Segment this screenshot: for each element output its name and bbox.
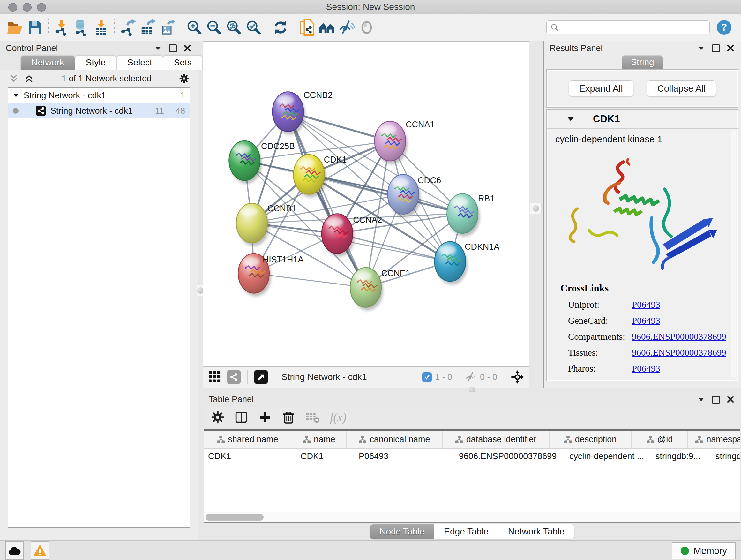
- column-header-id[interactable]: @id: [632, 431, 688, 448]
- tab-network[interactable]: Network: [20, 55, 75, 70]
- node-label-CCNB1[interactable]: CCNB1: [267, 203, 296, 213]
- help-button[interactable]: ?: [717, 20, 731, 35]
- warnings-button[interactable]: [30, 542, 49, 560]
- node-label-HIST1H1A[interactable]: HIST1H1A: [263, 255, 304, 264]
- crosslink-pharos-link[interactable]: P06493: [632, 363, 660, 374]
- zoom-in-button[interactable]: [185, 17, 204, 37]
- table-row[interactable]: CDK1 CDK1 P06493 9606.ENSP00000378699 cy…: [204, 449, 740, 464]
- left-splitter[interactable]: [198, 41, 203, 540]
- crosslink-compartments-link[interactable]: 9606.ENSP00000378699: [632, 331, 726, 342]
- control-panel-collapse-button[interactable]: [153, 44, 163, 53]
- right-splitter[interactable]: [529, 41, 544, 388]
- column-header-canonical-name[interactable]: canonical name: [347, 431, 443, 448]
- table-options-button[interactable]: [211, 410, 225, 424]
- tree-expander-icon: [13, 93, 19, 98]
- results-panel-close-button[interactable]: [726, 44, 735, 53]
- collapse-all-button[interactable]: Collapse All: [647, 80, 717, 97]
- node-label-CCNB2[interactable]: CCNB2: [304, 90, 333, 100]
- tab-style[interactable]: Style: [75, 55, 117, 70]
- table-panel-float-button[interactable]: [711, 395, 721, 404]
- right-splitter-handle[interactable]: [530, 203, 542, 214]
- tab-node-table[interactable]: Node Table: [370, 524, 434, 539]
- share-document-button[interactable]: [297, 17, 317, 37]
- node-label-CCNA2[interactable]: CCNA2: [353, 215, 382, 225]
- export-network-button[interactable]: [118, 17, 138, 37]
- results-panel-float-button[interactable]: [711, 44, 721, 53]
- apply-layout-button[interactable]: [271, 17, 290, 37]
- zoom-fit-button[interactable]: [224, 17, 244, 37]
- column-header-description[interactable]: description: [549, 431, 632, 448]
- save-session-button[interactable]: [25, 17, 45, 37]
- node-label-CDKN1A[interactable]: CDKN1A: [465, 242, 499, 252]
- node-label-RB1[interactable]: RB1: [478, 194, 495, 203]
- node-label-CCNA1[interactable]: CCNA1: [406, 120, 434, 129]
- zoom-selected-button[interactable]: [244, 17, 264, 37]
- tab-network-table[interactable]: Network Table: [498, 524, 574, 539]
- function-builder-button[interactable]: f(x): [330, 411, 346, 424]
- crosslink-uniprot-link[interactable]: P06493: [632, 300, 660, 310]
- network-collection-row[interactable]: String Network - cdk1 1: [8, 88, 190, 103]
- crosslink-genecard-link[interactable]: P06493: [632, 315, 660, 326]
- tab-sets[interactable]: Sets: [163, 55, 203, 70]
- detach-view-button[interactable]: [254, 370, 268, 384]
- table-panel-close-button[interactable]: [726, 395, 735, 404]
- hide-panel-button[interactable]: [337, 17, 357, 37]
- column-header-namespace[interactable]: namespace: [688, 431, 740, 448]
- memory-button[interactable]: Memory: [672, 542, 736, 559]
- crosslink-tissues-link[interactable]: 9606.ENSP00000378699: [632, 348, 726, 358]
- node-details-header[interactable]: CDK1: [547, 110, 738, 129]
- export-image-button[interactable]: [158, 17, 178, 37]
- window-zoom-button[interactable]: [37, 3, 46, 12]
- view-toolbar-separator: [247, 370, 248, 384]
- expand-all-button[interactable]: Expand All: [569, 80, 633, 97]
- control-panel-close-button[interactable]: [183, 44, 192, 53]
- tab-select[interactable]: Select: [117, 55, 163, 70]
- show-columns-button[interactable]: [234, 410, 248, 424]
- home-button[interactable]: [317, 17, 337, 37]
- open-session-button[interactable]: [5, 17, 25, 37]
- tab-string[interactable]: String: [622, 55, 663, 69]
- network-canvas[interactable]: CCNB2CCNA1CDC25BCDK1CDC6RB1CCNB1CCNA2CDK…: [203, 41, 529, 367]
- network-view: CCNB2CCNA1CDC25BCDK1CDC6RB1CCNB1CCNA2CDK…: [203, 41, 529, 388]
- show-panel-button[interactable]: [357, 17, 377, 37]
- column-header-shared-name[interactable]: shared name: [204, 431, 292, 448]
- window-close-button[interactable]: [8, 3, 17, 12]
- protein-structure-image: [559, 152, 725, 277]
- search-input[interactable]: [562, 22, 705, 33]
- string-view-button[interactable]: [227, 370, 241, 384]
- horizontal-splitter[interactable]: [203, 388, 741, 392]
- node-label-CDC6[interactable]: CDC6: [418, 176, 441, 185]
- import-network-file-button[interactable]: [52, 17, 71, 37]
- import-table-button[interactable]: [91, 17, 111, 37]
- node-label-CDC25B[interactable]: CDC25B: [261, 141, 295, 151]
- column-header-name[interactable]: name: [292, 431, 347, 448]
- delete-table-button[interactable]: [305, 410, 320, 424]
- crosslinks-block: CrossLinks Uniprot: P06493 GeneCard: P06…: [555, 283, 730, 374]
- control-panel-float-button[interactable]: [168, 44, 178, 53]
- table-panel-collapse-button[interactable]: [696, 395, 706, 404]
- fit-content-button[interactable]: [510, 370, 524, 384]
- export-table-button[interactable]: [138, 17, 158, 37]
- import-network-database-button[interactable]: [71, 17, 91, 37]
- table-horizontal-scrollbar[interactable]: [204, 512, 740, 522]
- selected-checkbox-icon[interactable]: [422, 372, 432, 382]
- node-label-CDK1[interactable]: CDK1: [324, 155, 347, 165]
- column-header-database-identifier[interactable]: database identifier: [443, 431, 549, 448]
- window-minimize-button[interactable]: [23, 3, 31, 12]
- network-row[interactable]: String Network - cdk1 11 48: [8, 103, 190, 118]
- tab-edge-table[interactable]: Edge Table: [434, 524, 498, 539]
- collapse-all-networks-button[interactable]: [9, 74, 18, 83]
- cloud-status-button[interactable]: [5, 542, 23, 560]
- network-options-button[interactable]: [179, 74, 189, 83]
- expand-all-networks-button[interactable]: [24, 74, 34, 83]
- node-label-CCNE1[interactable]: CCNE1: [381, 268, 410, 278]
- results-scrollbar[interactable]: [731, 130, 736, 377]
- create-column-button[interactable]: [258, 410, 272, 424]
- birds-eye-view-button[interactable]: [208, 370, 222, 384]
- results-panel-collapse-button[interactable]: [696, 44, 706, 53]
- network-selection-status: 1 of 1 Network selected: [40, 74, 174, 84]
- scrollbar-thumb[interactable]: [205, 514, 264, 521]
- zoom-out-button[interactable]: [204, 17, 224, 37]
- refresh-icon: [273, 20, 288, 35]
- delete-column-button[interactable]: [281, 410, 295, 424]
